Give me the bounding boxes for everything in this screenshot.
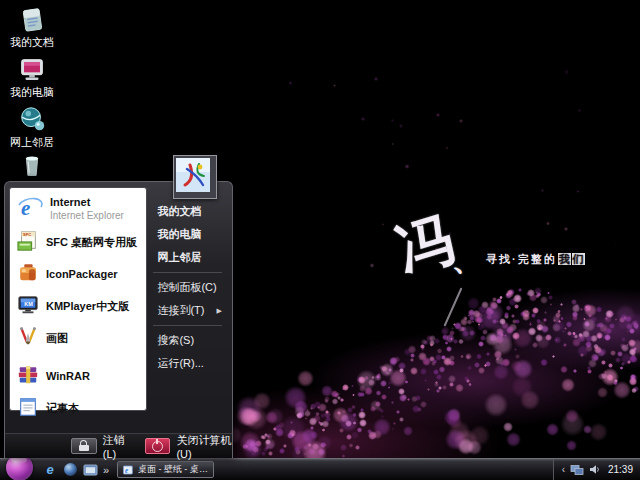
ie-page-icon: e	[123, 464, 133, 476]
shut-down-label: 关闭计算机(U)	[176, 433, 232, 460]
menu-item-search[interactable]: 搜索(S)	[147, 329, 228, 352]
tray-collapse-chevron[interactable]: ‹	[562, 464, 565, 475]
quick-launch-bar: e	[42, 462, 98, 478]
menu-item-run[interactable]: 运行(R)...	[147, 352, 228, 375]
internet-explorer-icon: e	[17, 194, 43, 224]
volume-tray-icon[interactable]	[589, 464, 600, 475]
desktop-icon-recycle-bin[interactable]	[4, 151, 60, 181]
user-account-picture[interactable]	[173, 155, 217, 199]
my-computer-icon	[4, 55, 60, 85]
window-title: 桌面 - 壁纸 - 桌酷壁...	[138, 463, 208, 476]
menu-item-label: 我的电脑	[157, 227, 201, 242]
menu-item-winrar[interactable]: WinRAR	[10, 361, 146, 393]
winrar-icon	[17, 364, 39, 390]
recycle-bin-icon	[4, 151, 60, 181]
menu-item-label: 连接到(T)	[157, 303, 204, 318]
quicklaunch-internet-explorer-icon[interactable]: e	[42, 462, 58, 478]
start-menu: e Internet Internet Explorer SFC SFC 桌酷网…	[4, 181, 233, 458]
menu-item-label: 网上邻居	[157, 250, 201, 265]
menu-item-label: 我的文档	[157, 204, 201, 219]
desktop-icon-label: 网上邻居	[4, 136, 60, 149]
menu-item-title: IconPackager	[46, 268, 118, 281]
menu-item-title: 画图	[46, 332, 68, 345]
menu-item-my-documents[interactable]: 我的文档	[147, 200, 228, 223]
quicklaunch-show-desktop-icon[interactable]	[82, 462, 98, 478]
desktop-icon-my-documents[interactable]: 我的文档	[4, 5, 60, 49]
menu-item-paint[interactable]: 画图	[10, 323, 146, 355]
menu-item-title: 记事本	[46, 402, 79, 415]
signature-mark: 、	[449, 242, 482, 275]
menu-item-notepad[interactable]: 记事本	[10, 393, 146, 425]
sfc-icon: SFC	[17, 230, 39, 256]
menu-item-kmplayer[interactable]: KM KMPlayer中文版	[10, 291, 146, 323]
iconpackager-icon	[17, 262, 39, 288]
taskbar-window-button[interactable]: e 桌面 - 壁纸 - 桌酷壁...	[117, 461, 214, 478]
menu-item-connect-to[interactable]: 连接到(T)▶	[147, 299, 228, 322]
start-menu-pinned-panel: e Internet Internet Explorer SFC SFC 桌酷网…	[9, 187, 147, 411]
menu-item-control-panel[interactable]: 控制面板(C)	[147, 276, 228, 299]
desktop-icon-my-computer[interactable]: 我的电脑	[4, 55, 60, 99]
start-menu-places-panel: 我的文档 我的电脑 网上邻居 控制面板(C) 连接到(T)▶ 搜索(S) 运行(…	[147, 187, 228, 411]
menu-item-label: 运行(R)...	[157, 356, 203, 371]
log-off-button[interactable]	[71, 438, 97, 454]
menu-item-my-computer[interactable]: 我的电脑	[147, 223, 228, 246]
tagline-highlight-1: 我	[558, 253, 571, 265]
desktop-screen: 冯、 寻找·完整的我们 我的文档 我的电脑 网上邻居	[0, 0, 640, 480]
start-menu-footer: 注销(L) 关闭计算机(U)	[5, 433, 232, 458]
menu-item-label: 控制面板(C)	[157, 280, 216, 295]
taskbar-clock[interactable]: 21:39	[608, 464, 633, 475]
quicklaunch-globe-icon[interactable]	[62, 462, 78, 478]
menu-item-iconpackager[interactable]: IconPackager	[10, 259, 146, 291]
paint-icon	[17, 326, 39, 352]
menu-item-subtitle: Internet Explorer	[50, 210, 124, 222]
menu-item-title: KMPlayer中文版	[46, 300, 129, 313]
menu-separator	[153, 325, 222, 326]
menu-item-internet[interactable]: e Internet Internet Explorer	[10, 191, 146, 227]
taskbar: e » e 桌面 - 壁纸 - 桌酷壁... ‹ 21:39	[0, 458, 640, 480]
menu-item-title: WinRAR	[46, 370, 90, 383]
padlock-icon	[79, 445, 89, 451]
menu-item-title: Internet	[50, 196, 124, 209]
menu-item-label: 搜索(S)	[157, 333, 194, 348]
my-documents-icon	[4, 5, 60, 35]
tagline-highlight-2: 们	[572, 253, 585, 265]
power-icon	[152, 441, 163, 452]
system-tray: ‹ 21:39	[553, 459, 640, 480]
desktop-icon-label: 我的文档	[4, 36, 60, 49]
notepad-icon	[17, 396, 39, 422]
quicklaunch-overflow-chevron[interactable]: »	[103, 464, 109, 476]
kmplayer-icon: KM	[17, 294, 39, 320]
tagline-text: 寻找·完整的	[486, 253, 557, 265]
network-tray-icon[interactable]	[570, 464, 584, 476]
wallpaper-tagline: 寻找·完整的我们	[486, 252, 585, 267]
desktop-icon-label: 我的电脑	[4, 86, 60, 99]
svg-text:SFC: SFC	[23, 232, 31, 237]
menu-item-sfc[interactable]: SFC SFC 桌酷网专用版	[10, 227, 146, 259]
shut-down-button[interactable]	[145, 438, 171, 454]
desktop-icon-network-places[interactable]: 网上邻居	[4, 105, 60, 149]
svg-text:KM: KM	[24, 301, 33, 307]
menu-item-network-places[interactable]: 网上邻居	[147, 246, 228, 269]
menu-separator	[153, 272, 222, 273]
network-places-icon	[4, 105, 60, 135]
menu-item-title: SFC 桌酷网专用版	[46, 236, 137, 249]
log-off-label: 注销(L)	[103, 433, 131, 460]
submenu-arrow-icon: ▶	[217, 307, 222, 315]
